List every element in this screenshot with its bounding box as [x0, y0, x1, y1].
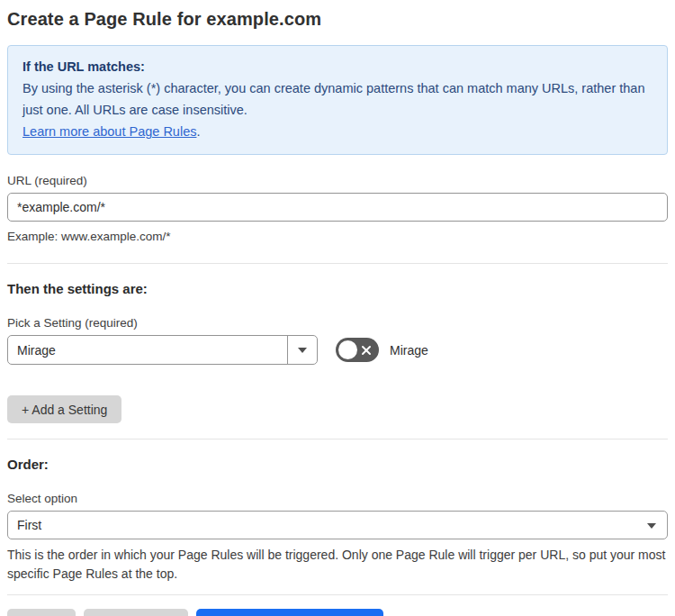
- chevron-down-icon: [298, 348, 307, 353]
- setting-row: Mirage Mirage: [7, 335, 668, 365]
- save-as-draft-button[interactable]: Save as Draft: [84, 609, 189, 616]
- url-example-helper: Example: www.example.com/*: [7, 227, 668, 246]
- chevron-down-icon: [647, 523, 656, 529]
- page-title: Create a Page Rule for example.com: [7, 9, 668, 30]
- order-select-value: First: [17, 518, 41, 532]
- footer-buttons: Cancel Save as Draft Save and Deploy Pag…: [7, 609, 668, 616]
- toggle-setting-label: Mirage: [390, 343, 428, 358]
- save-and-deploy-button[interactable]: Save and Deploy Page Rule: [196, 609, 383, 616]
- mirage-toggle[interactable]: [336, 338, 379, 362]
- setting-select-value: Mirage: [8, 336, 287, 364]
- order-helper-text: This is the order in which your Page Rul…: [7, 546, 668, 584]
- cancel-button[interactable]: Cancel: [7, 609, 76, 616]
- order-select[interactable]: First: [7, 511, 668, 539]
- divider: [7, 594, 668, 595]
- url-input[interactable]: [7, 193, 668, 222]
- info-box-body: By using the asterisk (*) character, you…: [22, 77, 652, 121]
- setting-select-arrow-button[interactable]: [287, 336, 317, 364]
- order-select-label: Select option: [7, 492, 668, 505]
- url-field-label: URL (required): [7, 174, 668, 187]
- link-suffix: .: [196, 124, 200, 139]
- add-setting-button[interactable]: + Add a Setting: [7, 395, 122, 423]
- order-section-heading: Order:: [7, 457, 668, 472]
- divider: [7, 439, 668, 439]
- learn-more-link[interactable]: Learn more about Page Rules: [22, 124, 196, 139]
- info-box-link-line: Learn more about Page Rules.: [22, 121, 652, 142]
- x-icon: [361, 345, 372, 356]
- settings-section-heading: Then the settings are:: [7, 281, 668, 296]
- page-rule-form: Create a Page Rule for example.com If th…: [0, 0, 675, 616]
- toggle-knob: [338, 340, 357, 359]
- info-box-heading: If the URL matches:: [22, 56, 652, 77]
- setting-select[interactable]: Mirage: [7, 335, 318, 365]
- pick-setting-label: Pick a Setting (required): [7, 316, 668, 330]
- url-match-info-box: If the URL matches: By using the asteris…: [7, 45, 668, 155]
- divider: [7, 263, 668, 264]
